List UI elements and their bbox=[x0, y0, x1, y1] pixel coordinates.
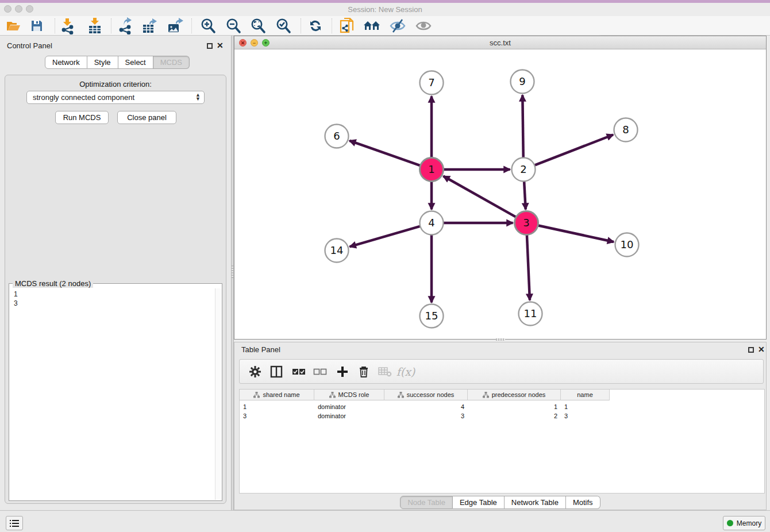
run-mcds-button[interactable]: Run MCDS bbox=[55, 111, 109, 124]
graph-node-label-4: 4 bbox=[428, 217, 434, 229]
float-panel-icon[interactable] bbox=[207, 43, 213, 49]
tab-network-table[interactable]: Network Table bbox=[505, 496, 566, 509]
cell-shared-name[interactable]: 3 bbox=[240, 411, 314, 421]
table-row[interactable]: 1 dominator 4 1 1 bbox=[240, 402, 610, 411]
mcds-tab-content: Optimization criterion: strongly connect… bbox=[5, 75, 226, 504]
graph-edge-1-6[interactable] bbox=[349, 141, 422, 167]
close-panel-button[interactable]: Close panel bbox=[117, 111, 176, 124]
import-network-button[interactable] bbox=[57, 17, 79, 34]
node-table-header: shared name MCDS role successor nodes pr… bbox=[240, 390, 610, 400]
export-table-button[interactable] bbox=[139, 17, 161, 34]
tab-style[interactable]: Style bbox=[87, 56, 118, 69]
column-header-mcds-role[interactable]: MCDS role bbox=[314, 390, 384, 400]
zoom-in-icon bbox=[199, 17, 217, 34]
trash-icon bbox=[358, 365, 369, 378]
toolbar-separator bbox=[332, 18, 332, 33]
save-session-button[interactable] bbox=[26, 17, 48, 34]
close-panel-icon[interactable]: ✕ bbox=[217, 41, 224, 50]
main-titlebar: Session: New Session bbox=[0, 3, 770, 16]
column-header-name[interactable]: name bbox=[561, 390, 610, 400]
graph-node-label-11: 11 bbox=[524, 307, 537, 319]
graph-edge-3-1[interactable] bbox=[443, 176, 518, 218]
network-window-titlebar[interactable]: ✕ − + scc.txt bbox=[234, 36, 766, 49]
function-builder-button[interactable]: f(x) bbox=[396, 363, 415, 380]
hierarchy-icon bbox=[253, 392, 260, 398]
zoom-fit-button[interactable] bbox=[247, 17, 269, 34]
cell-successor-nodes[interactable]: 4 bbox=[384, 402, 468, 411]
show-column-panel-button[interactable] bbox=[267, 363, 286, 380]
criterion-dropdown[interactable]: strongly connected component ▲▼ bbox=[26, 91, 205, 104]
toolbar-separator bbox=[191, 18, 192, 33]
table-float-icon[interactable] bbox=[748, 347, 754, 353]
unselect-all-columns-button[interactable] bbox=[310, 363, 330, 380]
graph-node-label-15: 15 bbox=[425, 310, 438, 322]
tab-mcds[interactable]: MCDS bbox=[153, 56, 190, 69]
status-bar: Memory bbox=[0, 510, 770, 532]
graph-edge-3-10[interactable] bbox=[536, 225, 614, 242]
table-close-icon[interactable]: ✕ bbox=[758, 345, 765, 354]
mcds-result-list[interactable]: 1 3 bbox=[10, 288, 215, 500]
delete-table-button[interactable] bbox=[375, 363, 395, 380]
zoom-out-button[interactable] bbox=[222, 17, 244, 34]
cell-predecessor-nodes[interactable]: 1 bbox=[468, 402, 561, 411]
show-graphics-button[interactable] bbox=[413, 17, 434, 34]
table-row[interactable]: 3 dominator 3 2 3 bbox=[240, 411, 610, 421]
graph-edge-2-3[interactable] bbox=[524, 179, 526, 209]
tab-network[interactable]: Network bbox=[45, 56, 87, 69]
cell-mcds-role[interactable]: dominator bbox=[314, 411, 384, 421]
graph-edge-2-9[interactable] bbox=[522, 95, 523, 160]
show-task-history-button[interactable] bbox=[6, 516, 23, 530]
export-image-button[interactable] bbox=[164, 17, 186, 34]
column-header-shared-name[interactable]: shared name bbox=[240, 390, 314, 400]
column-header-successor-nodes[interactable]: successor nodes bbox=[384, 390, 468, 400]
memory-label: Memory bbox=[737, 519, 761, 527]
cell-name[interactable]: 1 bbox=[561, 402, 610, 411]
network-canvas[interactable]: 1234678910111415 bbox=[234, 49, 766, 339]
hierarchy-icon bbox=[398, 392, 404, 398]
delete-column-button[interactable] bbox=[354, 363, 374, 380]
duplicate-network-button[interactable] bbox=[336, 17, 358, 34]
cell-shared-name[interactable]: 1 bbox=[240, 402, 314, 411]
network-graph: 1234678910111415 bbox=[234, 49, 766, 339]
cell-mcds-role[interactable]: dominator bbox=[314, 402, 384, 411]
result-scrollbar[interactable] bbox=[215, 288, 221, 500]
export-network-button[interactable] bbox=[114, 17, 136, 34]
cell-predecessor-nodes[interactable]: 2 bbox=[468, 411, 561, 421]
node-table: shared name MCDS role successor nodes pr… bbox=[239, 389, 765, 494]
tab-select[interactable]: Select bbox=[118, 56, 153, 69]
apply-layout-button[interactable] bbox=[305, 17, 326, 34]
duplicate-network-icon bbox=[338, 17, 356, 35]
column-header-predecessor-nodes[interactable]: predecessor nodes bbox=[468, 390, 561, 400]
cell-successor-nodes[interactable]: 3 bbox=[384, 411, 468, 421]
select-all-columns-button[interactable] bbox=[289, 363, 309, 380]
graph-edge-2-8[interactable] bbox=[532, 134, 613, 166]
graph-node-label-9: 9 bbox=[519, 75, 525, 87]
graph-edge-4-14[interactable] bbox=[350, 226, 423, 247]
graph-edge-3-11[interactable] bbox=[527, 232, 530, 300]
open-file-button[interactable] bbox=[2, 17, 24, 34]
tab-node-table[interactable]: Node Table bbox=[400, 496, 453, 509]
create-column-button[interactable] bbox=[333, 363, 352, 380]
horizontal-splitter-grip[interactable] bbox=[496, 338, 505, 341]
open-folder-icon bbox=[5, 18, 21, 33]
tab-motifs[interactable]: Motifs bbox=[566, 496, 600, 509]
hide-labels-button[interactable] bbox=[387, 17, 409, 34]
graph-node-label-2: 2 bbox=[520, 163, 526, 175]
toolbar-separator bbox=[301, 18, 301, 33]
graph-node-label-1: 1 bbox=[428, 163, 434, 175]
gear-icon bbox=[249, 365, 261, 378]
graph-node-label-7: 7 bbox=[428, 76, 434, 88]
zoom-selected-button[interactable] bbox=[272, 17, 294, 34]
table-settings-button[interactable] bbox=[245, 363, 265, 380]
control-panel-tabs: Network Style Select MCDS bbox=[45, 56, 190, 69]
first-neighbors-button[interactable] bbox=[361, 17, 383, 34]
tab-edge-table[interactable]: Edge Table bbox=[453, 496, 505, 509]
mcds-result-group: MCDS result (2 nodes) 1 3 bbox=[9, 283, 222, 501]
unchecked-boxes-icon bbox=[313, 367, 327, 376]
memory-button[interactable]: Memory bbox=[723, 516, 765, 530]
graph-node-label-6: 6 bbox=[333, 130, 340, 142]
cell-name[interactable]: 3 bbox=[561, 411, 610, 421]
save-icon bbox=[29, 18, 44, 33]
import-table-button[interactable] bbox=[84, 17, 106, 34]
zoom-in-button[interactable] bbox=[197, 17, 219, 34]
